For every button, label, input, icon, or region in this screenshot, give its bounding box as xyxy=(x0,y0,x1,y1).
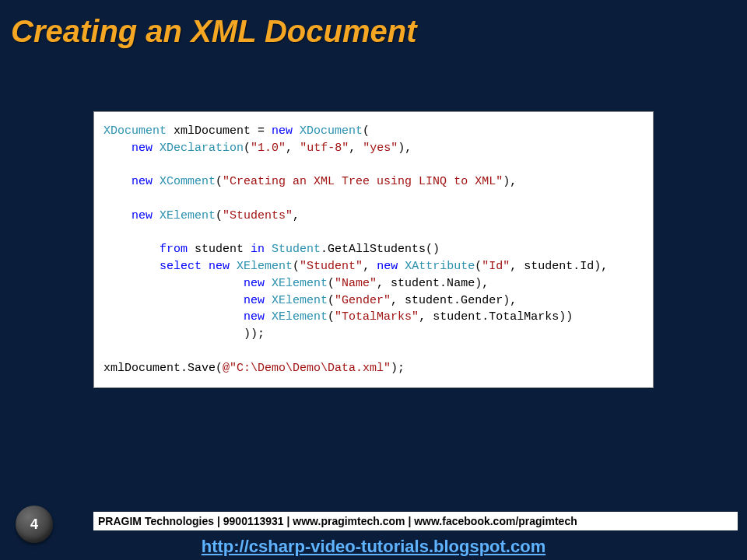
code-content: XDocument xmlDocument = new XDocument( n… xyxy=(103,123,644,376)
footer-bar: PRAGIM Technologies | 9900113931 | www.p… xyxy=(93,512,738,530)
slide-title: Creating an XML Document xyxy=(0,0,747,49)
page-number-badge: 4 xyxy=(16,506,53,543)
footer-link[interactable]: http://csharp-video-tutorials.blogspot.c… xyxy=(0,537,747,557)
code-block: XDocument xmlDocument = new XDocument( n… xyxy=(93,111,654,388)
